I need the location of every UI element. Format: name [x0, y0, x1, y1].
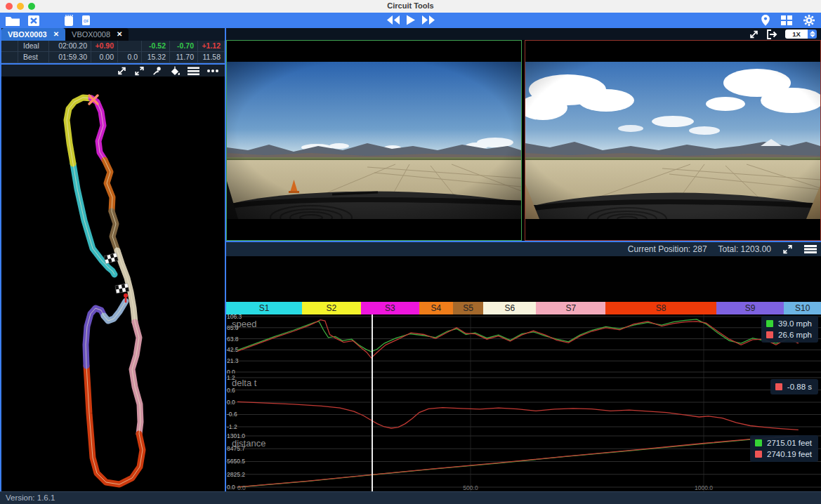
playback-rate-select[interactable]: 1X	[785, 29, 817, 39]
svg-text:-1.2: -1.2	[227, 423, 237, 430]
sector-segment-s2[interactable]: S2	[302, 302, 361, 314]
play-button[interactable]	[406, 15, 416, 25]
split-flag-2	[115, 284, 129, 293]
playback-rate-stepper[interactable]	[808, 29, 817, 39]
tab-vbox0003[interactable]: VBOX0003 ✕	[1, 28, 65, 41]
svg-text:0.0: 0.0	[227, 484, 235, 491]
export-video-icon[interactable]	[766, 29, 778, 39]
svg-text:0.0: 0.0	[227, 399, 235, 406]
svg-text:42.5: 42.5	[227, 346, 239, 353]
lap-value-cell: 15.32	[142, 52, 170, 63]
speed-legend: 39.0 mph26.6 mph	[761, 316, 818, 343]
tab-vbox0008[interactable]: VBOX0008 ✕	[65, 28, 129, 41]
lap-table-row: Ideal02:00.20+0.90-0.52-0.70+1.12	[1, 41, 225, 52]
tab-label: VBOX0003	[8, 28, 47, 41]
expand-map-icon[interactable]	[117, 66, 127, 76]
row-label-cell: Best	[18, 52, 49, 63]
lap-value-cell: 01:59.30	[49, 52, 91, 63]
tab-close-icon[interactable]: ✕	[53, 28, 59, 41]
statusbar: Version: 1.6.1	[0, 491, 821, 504]
legend-swatch	[766, 320, 773, 327]
layout-grid-icon[interactable]	[780, 15, 793, 26]
svg-text:5650.5: 5650.5	[227, 458, 245, 465]
sector-segment-s9[interactable]: S9	[716, 302, 784, 314]
lap-value-cell: 0.00	[91, 52, 118, 63]
more-options-icon[interactable]	[206, 66, 219, 76]
speed-chart[interactable]: 106.385.063.842.521.30.0speed	[226, 314, 821, 373]
track-sector-5	[112, 211, 117, 251]
titlebar: Circuit Tools	[0, 0, 821, 13]
main-toolbar: CIF	[0, 13, 821, 28]
video-lap-green	[226, 40, 522, 241]
rewind-button[interactable]	[386, 15, 400, 25]
legend-swatch	[775, 383, 782, 390]
row-label-cell: Ideal	[18, 41, 49, 52]
track-sector-2	[67, 98, 91, 164]
graph-panel[interactable]: 106.385.063.842.521.30.0speed 1.20.60.0-…	[226, 314, 821, 491]
track-map-canvas	[1, 77, 225, 491]
svg-text:0.0: 0.0	[227, 369, 235, 373]
lap-times-table: Ideal02:00.20+0.90-0.52-0.70+1.12Best01:…	[1, 41, 225, 63]
tab-label: VBOX0008	[72, 28, 110, 41]
track-sector-3	[91, 98, 105, 160]
lap-value-cell	[118, 41, 142, 52]
sector-segment-s8[interactable]: S8	[605, 302, 716, 314]
close-file-icon[interactable]	[27, 15, 41, 27]
playback-rate-value: 1X	[785, 29, 808, 39]
sector-segment-s7[interactable]: S7	[536, 302, 605, 314]
menu-lines-icon[interactable]	[188, 66, 199, 76]
delta-t-chart[interactable]: 1.20.60.0-0.6-1.2delta t	[226, 373, 821, 434]
svg-text:1000.0: 1000.0	[695, 484, 713, 491]
distance-chart[interactable]: 1301.08475.75650.52825.20.00.0500.01000.…	[226, 434, 821, 491]
lap-value-cell: 0.0	[118, 52, 142, 63]
fullscreen-graph-icon[interactable]	[782, 244, 793, 254]
split-flag-1	[104, 253, 118, 263]
fast-forward-button[interactable]	[421, 15, 435, 25]
sector-bar: S1S2S3S4S5S6S7S8S9S10	[226, 302, 821, 314]
file-tabbar: VBOX0003 ✕ VBOX0008 ✕	[1, 28, 225, 41]
svg-text:21.3: 21.3	[227, 357, 239, 364]
graph-menu-icon[interactable]	[804, 244, 817, 254]
svg-text:-0.6: -0.6	[227, 411, 237, 418]
sector-segment-s6[interactable]: S6	[483, 302, 536, 314]
sector-segment-s3[interactable]: S3	[361, 302, 419, 314]
legend-value: 2715.01 feet	[767, 439, 812, 447]
lap-value-cell: 11.58	[198, 52, 225, 63]
svg-text:63.8: 63.8	[227, 336, 239, 343]
circuit-file-icon[interactable]: CIF	[81, 14, 91, 27]
legend-row: 2715.01 feet	[755, 437, 812, 449]
legend-row: 39.0 mph	[766, 318, 812, 329]
svg-text:distance: distance	[232, 438, 265, 449]
dashcam-video-frame	[227, 41, 521, 240]
legend-value: 2740.19 feet	[767, 450, 812, 458]
notes-file-icon[interactable]	[63, 14, 74, 27]
location-pin-icon[interactable]	[761, 14, 770, 27]
svg-text:0.0: 0.0	[237, 484, 246, 491]
sector-segment-s1[interactable]: S1	[226, 302, 302, 314]
track-map	[1, 77, 225, 491]
playback-cursor[interactable]	[372, 314, 373, 491]
legend-row: -0.88 s	[775, 381, 812, 392]
paint-bucket-icon[interactable]	[169, 66, 180, 76]
sector-segment-s10[interactable]: S10	[784, 302, 821, 314]
lap-table-row: Best01:59.300.000.015.3211.7011.58	[1, 52, 225, 63]
series-lap-green	[237, 319, 799, 352]
video-lap-red	[525, 40, 821, 241]
position-bar: Current Position: 287 Total: 1203.00	[226, 242, 821, 256]
svg-text:speed: speed	[232, 319, 256, 329]
settings-gear-icon[interactable]	[803, 14, 815, 27]
tab-close-icon[interactable]: ✕	[117, 28, 122, 41]
legend-row: 26.6 mph	[766, 329, 812, 340]
open-folder-icon[interactable]	[5, 15, 20, 27]
sector-segment-s5[interactable]: S5	[453, 302, 483, 314]
current-position-text: Current Position: 287	[628, 244, 707, 254]
map-toolbar	[1, 65, 225, 77]
fullscreen-map-icon[interactable]	[134, 66, 145, 76]
app-window: Circuit Tools CIF	[0, 0, 821, 504]
sector-segment-s4[interactable]: S4	[419, 302, 453, 314]
lap-value-cell: -0.52	[142, 41, 170, 52]
expand-video-icon[interactable]	[749, 29, 759, 39]
legend-swatch	[766, 331, 773, 338]
total-text: Total: 1203.00	[718, 244, 771, 254]
pushpin-icon[interactable]	[152, 66, 162, 76]
